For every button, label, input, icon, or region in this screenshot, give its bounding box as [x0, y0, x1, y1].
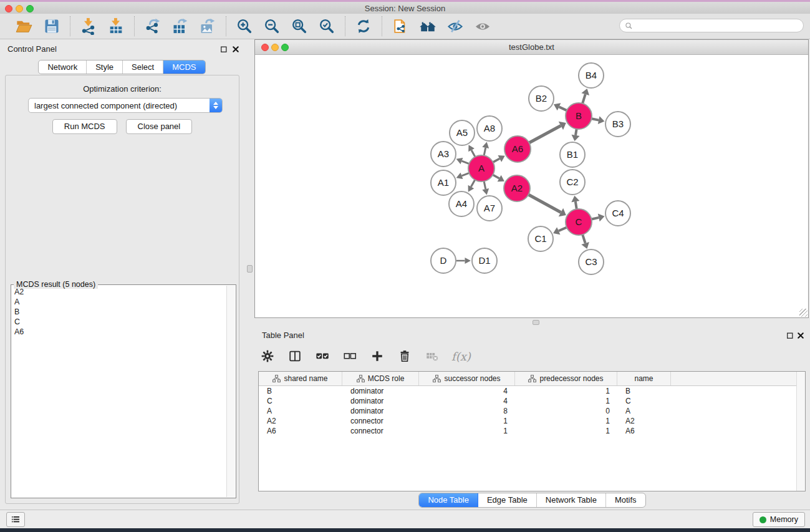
tab-style[interactable]: Style [87, 60, 123, 74]
table-row[interactable]: Bdominator41B [259, 386, 805, 396]
graph-node-B2[interactable]: B2 [529, 86, 554, 111]
memory-button[interactable]: Memory [753, 512, 805, 527]
horizontal-splitter[interactable] [254, 318, 810, 326]
column-header-predecessor-nodes[interactable]: predecessor nodes [515, 372, 617, 385]
close-table-panel-icon[interactable] [796, 331, 804, 339]
edge-A-A7[interactable] [484, 181, 486, 190]
graph-node-C3[interactable]: C3 [579, 249, 604, 274]
edge-A-A5[interactable] [471, 150, 475, 157]
mcds-result-item[interactable]: A2 [12, 287, 227, 297]
edge-A-A6[interactable] [493, 158, 500, 162]
edge-B-B1[interactable] [576, 129, 577, 135]
graph-node-B[interactable]: B [566, 103, 592, 129]
graph-node-A5[interactable]: A5 [450, 120, 475, 145]
column-header-shared-name[interactable]: shared name [259, 372, 342, 385]
graph-node-D1[interactable]: D1 [472, 248, 497, 273]
deselect-all-icon[interactable] [342, 348, 358, 364]
edge-B-B4[interactable] [582, 94, 586, 104]
float-table-panel-icon[interactable] [786, 331, 794, 339]
open-session-icon[interactable] [14, 16, 35, 36]
search-input[interactable] [636, 21, 798, 31]
graph-node-B3[interactable]: B3 [605, 112, 630, 137]
network-window-titlebar[interactable]: testGlobe.txt [255, 40, 808, 55]
close-panel-button[interactable]: Close panel [126, 119, 193, 134]
tab-network[interactable]: Network [39, 60, 87, 74]
graph-node-A[interactable]: A [468, 155, 494, 181]
mcds-result-item[interactable]: C [12, 317, 227, 327]
table-row[interactable]: Adominator80A [259, 406, 805, 416]
edge-A-A3[interactable] [461, 161, 469, 163]
mcds-result-scrollbar[interactable] [226, 286, 235, 497]
show-column-icon[interactable] [287, 348, 303, 364]
mcds-result-item[interactable]: A [12, 297, 227, 307]
column-header-successor-nodes[interactable]: successor nodes [419, 372, 515, 385]
vertical-splitter-handle[interactable] [247, 265, 253, 273]
mcds-result-item[interactable]: B [12, 307, 227, 317]
float-panel-icon[interactable] [219, 45, 228, 53]
column-header-name[interactable]: name [617, 372, 671, 385]
edge-A6-B[interactable] [529, 125, 561, 143]
graph-node-C[interactable]: C [566, 209, 592, 235]
graph-node-C1[interactable]: C1 [528, 226, 553, 251]
graph-node-C2[interactable]: C2 [560, 170, 585, 195]
tab-mcds[interactable]: MCDS [163, 60, 205, 74]
select-all-icon[interactable] [314, 348, 330, 364]
edge-A-A8[interactable] [484, 148, 486, 156]
graph-node-D[interactable]: D [431, 248, 456, 273]
zoom-fit-icon[interactable] [289, 16, 310, 36]
graph-node-C4[interactable]: C4 [605, 201, 630, 226]
edge-C-C4[interactable] [591, 218, 599, 220]
graph-node-A4[interactable]: A4 [449, 191, 474, 216]
home-icon[interactable] [417, 16, 438, 36]
tab-select[interactable]: Select [123, 60, 163, 74]
import-table-icon[interactable] [105, 16, 127, 36]
refresh-icon[interactable] [353, 16, 374, 36]
edge-C-C3[interactable] [582, 235, 585, 243]
export-table-icon[interactable] [170, 16, 191, 36]
hide-details-icon[interactable] [445, 16, 466, 36]
export-network-icon[interactable] [142, 16, 163, 36]
add-icon[interactable] [369, 348, 385, 364]
close-panel-icon[interactable] [231, 45, 239, 53]
table-row[interactable]: Cdominator41C [259, 396, 805, 406]
edge-A2-C[interactable] [528, 195, 561, 212]
zoom-out-icon[interactable] [261, 16, 282, 36]
graph-node-A1[interactable]: A1 [431, 170, 456, 195]
tab-edge-table[interactable]: Edge Table [478, 493, 537, 507]
edge-A-A4[interactable] [471, 180, 475, 186]
graph-node-A2[interactable]: A2 [504, 175, 530, 201]
table-scrollbar[interactable] [796, 372, 805, 491]
tab-network-table[interactable]: Network Table [537, 493, 606, 507]
mcds-result-item[interactable]: A6 [12, 327, 227, 337]
delete-icon[interactable] [397, 348, 413, 364]
edge-B-B3[interactable] [592, 118, 599, 120]
column-header-mcds-role[interactable]: MCDS role [342, 372, 419, 385]
graph-node-B4[interactable]: B4 [579, 63, 604, 88]
network-canvas[interactable]: B4B2BB3A8A5A6A3B1AA1C2A2A4A7C4CC1C3DD1 [255, 55, 808, 317]
splitter-handle[interactable] [533, 320, 539, 325]
edge-B-B2[interactable] [559, 107, 567, 110]
graph-node-A6[interactable]: A6 [504, 136, 531, 162]
import-network-icon[interactable] [78, 16, 99, 36]
optimization-criterion-select[interactable]: largest connected component (directed) [28, 98, 223, 113]
graph-node-A7[interactable]: A7 [477, 196, 502, 221]
edge-A-A1[interactable] [461, 173, 469, 175]
show-details-icon[interactable] [472, 16, 493, 36]
session-overview-icon[interactable] [390, 16, 411, 36]
table-row[interactable]: A2connector11A2 [259, 416, 805, 426]
table-row[interactable]: A6connector11A6 [259, 426, 805, 436]
save-session-icon[interactable] [41, 16, 62, 36]
window-resize-grip[interactable] [799, 309, 808, 317]
table-options-icon[interactable] [259, 348, 276, 364]
edge-A-A2[interactable] [493, 175, 499, 178]
export-image-icon[interactable] [197, 16, 218, 36]
zoom-selected-icon[interactable] [316, 16, 337, 36]
run-mcds-button[interactable]: Run MCDS [52, 119, 117, 134]
graph-node-A3[interactable]: A3 [431, 142, 456, 167]
graph-node-A8[interactable]: A8 [477, 116, 502, 141]
edge-C-C2[interactable] [576, 201, 577, 209]
tab-node-table[interactable]: Node Table [419, 493, 478, 507]
zoom-in-icon[interactable] [234, 16, 255, 36]
tab-motifs[interactable]: Motifs [606, 493, 645, 507]
edge-C-C1[interactable] [559, 227, 567, 231]
